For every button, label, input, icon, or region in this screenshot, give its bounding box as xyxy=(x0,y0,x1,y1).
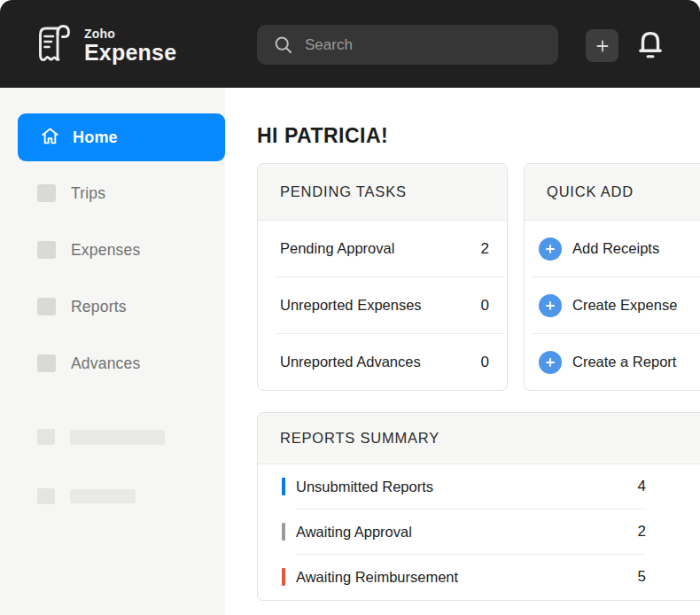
reports-summary-header: REPORTS SUMMARY xyxy=(258,413,700,464)
sidebar-item-label: Home xyxy=(73,128,118,147)
plus-circle-icon xyxy=(539,351,562,374)
app-logo: Zoho Expense xyxy=(32,21,176,69)
status-color-bar xyxy=(282,523,285,541)
quick-add-card: QUICK ADD Add Receipts xyxy=(524,163,700,391)
task-label: Pending Approval xyxy=(280,240,394,257)
skeleton-bar xyxy=(70,489,136,503)
sidebar-skeleton-group xyxy=(0,429,225,504)
topbar: Zoho Expense xyxy=(0,0,700,88)
sidebar-nav-list: Trips Expenses Reports Advances xyxy=(0,165,225,392)
sidebar: Home Trips Expenses Reports Advances xyxy=(0,88,225,615)
search-icon xyxy=(274,35,293,55)
unsubmitted-reports-row[interactable]: Unsubmitted Reports 4 xyxy=(258,464,646,509)
placeholder-icon xyxy=(37,354,56,372)
quick-add-label: Create a Report xyxy=(572,354,676,370)
pending-tasks-header: PENDING TASKS xyxy=(258,164,507,221)
add-button[interactable] xyxy=(586,29,618,62)
task-count: 0 xyxy=(481,297,489,315)
sidebar-item-label: Trips xyxy=(71,184,105,203)
sidebar-item-label: Advances xyxy=(71,354,140,373)
pending-approval-row[interactable]: Pending Approval 2 xyxy=(258,221,507,276)
notifications-button[interactable] xyxy=(633,25,668,64)
greeting-heading: HI PATRICIA! xyxy=(257,124,700,148)
sidebar-item-reports[interactable]: Reports xyxy=(0,278,225,335)
status-color-bar xyxy=(282,568,285,586)
skeleton-icon xyxy=(37,429,55,445)
home-icon xyxy=(39,125,61,151)
sidebar-skeleton-item xyxy=(0,488,225,504)
awaiting-reimbursement-row[interactable]: Awaiting Reimbursement 5 xyxy=(258,555,646,599)
summary-count: 4 xyxy=(638,478,646,495)
task-label: Unreported Expenses xyxy=(280,297,422,314)
skeleton-bar xyxy=(70,430,165,445)
task-count: 2 xyxy=(481,240,489,258)
brand-small: Zoho xyxy=(84,27,176,41)
search-input[interactable] xyxy=(305,36,549,54)
sidebar-item-home[interactable]: Home xyxy=(18,113,225,161)
unreported-advances-row[interactable]: Unreported Advances 0 xyxy=(258,334,507,390)
plus-circle-icon xyxy=(539,294,562,317)
skeleton-icon xyxy=(37,488,55,504)
quick-add-label: Create Expense xyxy=(572,297,677,314)
status-color-bar xyxy=(282,478,285,495)
task-label: Unreported Advances xyxy=(280,354,421,370)
bell-icon xyxy=(635,27,665,62)
reports-summary-card: REPORTS SUMMARY Unsubmitted Reports 4 Aw… xyxy=(257,412,700,601)
placeholder-icon xyxy=(37,241,56,259)
unreported-expenses-row[interactable]: Unreported Expenses 0 xyxy=(258,277,507,333)
create-report-item[interactable]: Create a Report xyxy=(525,334,700,390)
plus-circle-icon xyxy=(539,237,562,261)
create-expense-item[interactable]: Create Expense xyxy=(525,277,700,333)
card-title: QUICK ADD xyxy=(547,183,634,200)
summary-label: Awaiting Reimbursement xyxy=(296,569,638,586)
add-receipts-item[interactable]: Add Receipts xyxy=(525,221,700,276)
sidebar-item-trips[interactable]: Trips xyxy=(0,165,225,222)
summary-label: Unsubmitted Reports xyxy=(296,479,638,495)
quick-add-header: QUICK ADD xyxy=(525,164,700,221)
main-content: HI PATRICIA! PENDING TASKS Pending Appro… xyxy=(225,88,700,615)
card-title: PENDING TASKS xyxy=(280,183,407,200)
sidebar-item-label: Expenses xyxy=(71,241,140,260)
task-count: 0 xyxy=(481,354,489,371)
sidebar-item-label: Reports xyxy=(71,298,127,316)
card-title: REPORTS SUMMARY xyxy=(280,430,439,447)
sidebar-item-advances[interactable]: Advances xyxy=(0,335,225,392)
summary-count: 5 xyxy=(638,568,646,586)
pending-tasks-card: PENDING TASKS Pending Approval 2 Unrepor… xyxy=(257,163,508,391)
cards-row: PENDING TASKS Pending Approval 2 Unrepor… xyxy=(257,163,700,391)
sidebar-item-expenses[interactable]: Expenses xyxy=(0,222,225,278)
quick-add-label: Add Receipts xyxy=(572,240,659,257)
zoho-expense-dashboard: Zoho Expense xyxy=(0,0,700,615)
summary-label: Awaiting Approval xyxy=(296,524,638,541)
receipt-icon xyxy=(32,21,73,69)
search-bar[interactable] xyxy=(257,25,558,65)
sidebar-skeleton-item xyxy=(0,429,225,445)
app-body: Home Trips Expenses Reports Advances xyxy=(0,88,700,615)
placeholder-icon xyxy=(37,298,56,315)
summary-count: 2 xyxy=(638,523,646,541)
awaiting-approval-row[interactable]: Awaiting Approval 2 xyxy=(258,510,646,554)
plus-icon xyxy=(595,39,610,53)
brand-text: Zoho Expense xyxy=(84,27,176,65)
placeholder-icon xyxy=(37,184,56,202)
brand-large: Expense xyxy=(84,41,176,65)
